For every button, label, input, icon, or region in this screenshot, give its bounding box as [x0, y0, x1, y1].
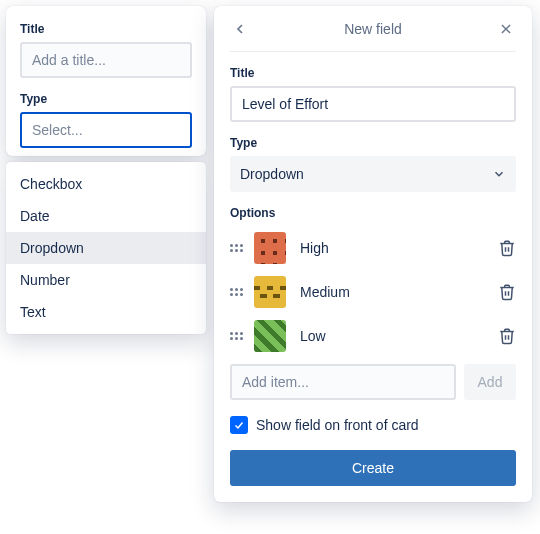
panel-title: New field — [344, 21, 402, 37]
type-menu-item[interactable]: Text — [6, 296, 206, 328]
type-select[interactable]: Dropdown — [230, 156, 516, 192]
type-menu-item[interactable]: Date — [6, 200, 206, 232]
add-item-button[interactable]: Add — [464, 364, 516, 400]
type-label: Type — [230, 136, 516, 150]
type-menu-item[interactable]: Dropdown — [6, 232, 206, 264]
title-input[interactable] — [230, 86, 516, 122]
option-row: High — [230, 226, 516, 270]
create-button[interactable]: Create — [230, 450, 516, 486]
show-on-front-label: Show field on front of card — [256, 417, 419, 433]
type-select-value: Dropdown — [240, 166, 304, 182]
drag-handle-icon[interactable] — [230, 288, 244, 296]
check-icon — [233, 419, 245, 431]
close-icon — [499, 22, 513, 36]
type-menu-item[interactable]: Number — [6, 264, 206, 296]
delete-option-button[interactable] — [498, 327, 516, 345]
title-label: Title — [20, 22, 192, 36]
option-row: Medium — [230, 270, 516, 314]
option-label: Medium — [300, 284, 498, 300]
title-input[interactable] — [20, 42, 192, 78]
chevron-down-icon — [492, 167, 506, 181]
type-label: Type — [20, 92, 192, 106]
delete-option-button[interactable] — [498, 239, 516, 257]
color-swatch[interactable] — [254, 232, 286, 264]
type-menu-item[interactable]: Checkbox — [6, 168, 206, 200]
chevron-left-icon — [232, 21, 248, 37]
back-button[interactable] — [230, 19, 250, 39]
title-label: Title — [230, 66, 516, 80]
option-label: High — [300, 240, 498, 256]
add-item-input[interactable] — [230, 364, 456, 400]
show-on-front-checkbox[interactable] — [230, 416, 248, 434]
options-label: Options — [230, 206, 516, 220]
color-swatch[interactable] — [254, 276, 286, 308]
type-dropdown-menu: CheckboxDateDropdownNumberText — [6, 162, 206, 334]
panel-header: New field — [230, 6, 516, 52]
delete-option-button[interactable] — [498, 283, 516, 301]
drag-handle-icon[interactable] — [230, 244, 244, 252]
option-row: Low — [230, 314, 516, 358]
color-swatch[interactable] — [254, 320, 286, 352]
new-field-panel: New field Title Type Dropdown Options Hi… — [214, 6, 532, 502]
close-button[interactable] — [496, 19, 516, 39]
option-label: Low — [300, 328, 498, 344]
drag-handle-icon[interactable] — [230, 332, 244, 340]
type-select-input[interactable] — [20, 112, 192, 148]
create-field-back-panel: Title Type — [6, 6, 206, 156]
